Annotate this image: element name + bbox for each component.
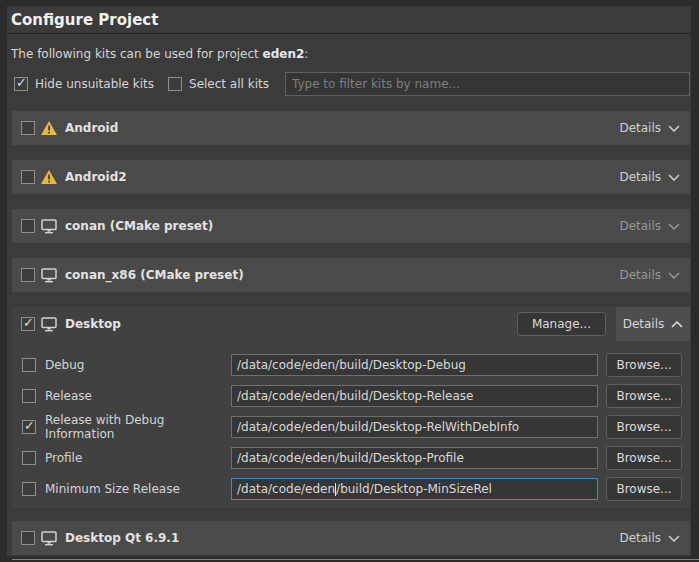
details-label: Details bbox=[623, 317, 665, 331]
config-label: Profile bbox=[45, 451, 231, 465]
kit-name: conan (CMake preset) bbox=[65, 219, 213, 233]
manage-kits-button[interactable]: Manage... bbox=[517, 312, 606, 336]
kit-row-conan[interactable]: conan (CMake preset) Details bbox=[12, 209, 690, 243]
kits-description-prefix: The following kits can be used for proje… bbox=[11, 47, 263, 61]
config-checkbox-profile[interactable] bbox=[22, 451, 36, 465]
chevron-down-icon bbox=[668, 174, 680, 181]
filter-row: Hide unsuitable kits Select all kits bbox=[14, 71, 690, 96]
kit-row-desktop-qt-691[interactable]: Desktop Qt 6.9.1 Details bbox=[12, 521, 690, 555]
details-toggle-android[interactable]: Details bbox=[619, 121, 680, 135]
configure-project-panel: Configure Project The following kits can… bbox=[7, 6, 691, 556]
bottom-separator bbox=[12, 559, 699, 560]
browse-button-profile[interactable]: Browse... bbox=[606, 446, 682, 470]
warning-icon bbox=[41, 121, 57, 135]
kit-checkbox-android2[interactable] bbox=[21, 170, 35, 184]
desktop-icon bbox=[41, 219, 57, 234]
config-checkbox-release[interactable] bbox=[22, 389, 36, 403]
filter-kits-input[interactable] bbox=[285, 72, 690, 96]
select-all-kits-option[interactable]: Select all kits bbox=[168, 77, 269, 91]
config-checkbox-minsizerel[interactable] bbox=[22, 482, 36, 496]
kit-row-android[interactable]: Android Details bbox=[12, 111, 690, 145]
hide-unsuitable-kits-option[interactable]: Hide unsuitable kits bbox=[14, 77, 154, 91]
build-config-row-minsizerel: Minimum Size Release /data/code/eden/bui… bbox=[22, 478, 682, 500]
warning-icon bbox=[41, 170, 57, 184]
kit-row-desktop[interactable]: Desktop Manage... Details bbox=[12, 307, 690, 341]
desktop-icon bbox=[41, 317, 57, 332]
config-label: Minimum Size Release bbox=[45, 482, 231, 496]
build-dir-input-relwithdebinfo[interactable] bbox=[231, 416, 598, 438]
kit-row-android2[interactable]: Android2 Details bbox=[12, 160, 690, 194]
browse-button-debug[interactable]: Browse... bbox=[606, 353, 682, 377]
kit-name: Desktop Qt 6.9.1 bbox=[65, 531, 179, 545]
build-dir-input-minsizerel[interactable]: /data/code/eden/build/Desktop-MinSizeRel bbox=[231, 478, 598, 500]
config-checkbox-relwithdebinfo[interactable] bbox=[22, 420, 36, 434]
build-dir-input-debug[interactable] bbox=[231, 354, 598, 376]
build-config-row-relwithdebinfo: Release with Debug Information Browse... bbox=[22, 416, 682, 438]
kit-row-conan-x86[interactable]: conan_x86 (CMake preset) Details bbox=[12, 258, 690, 292]
page-title: Configure Project bbox=[7, 6, 691, 33]
details-label: Details bbox=[619, 531, 661, 545]
chevron-down-icon bbox=[668, 272, 680, 279]
kit-name: Android2 bbox=[65, 170, 127, 184]
details-toggle-android2[interactable]: Details bbox=[619, 170, 680, 184]
details-toggle-desktop[interactable]: Details bbox=[616, 307, 690, 341]
browse-button-release[interactable]: Browse... bbox=[606, 384, 682, 408]
kit-name: Desktop bbox=[65, 317, 121, 331]
kits-description: The following kits can be used for proje… bbox=[11, 47, 691, 62]
config-label: Release bbox=[45, 389, 231, 403]
chevron-down-icon bbox=[668, 535, 680, 542]
desktop-icon bbox=[41, 268, 57, 283]
title-separator bbox=[7, 33, 691, 34]
chevron-down-icon bbox=[668, 125, 680, 132]
hide-unsuitable-kits-label: Hide unsuitable kits bbox=[35, 77, 154, 91]
details-label: Details bbox=[619, 268, 661, 282]
chevron-down-icon bbox=[668, 223, 680, 230]
chevron-up-icon bbox=[671, 321, 683, 328]
config-label: Debug bbox=[45, 358, 231, 372]
build-dir-input-profile[interactable] bbox=[231, 447, 598, 469]
project-name: eden2 bbox=[263, 47, 305, 61]
kit-checkbox-desktop[interactable] bbox=[21, 317, 35, 331]
select-all-kits-checkbox[interactable] bbox=[168, 77, 182, 91]
config-label: Release with Debug Information bbox=[45, 413, 231, 441]
details-toggle-desktop-qt-691[interactable]: Details bbox=[619, 531, 680, 545]
kit-checkbox-android[interactable] bbox=[21, 121, 35, 135]
select-all-kits-label: Select all kits bbox=[189, 77, 269, 91]
details-label: Details bbox=[619, 170, 661, 184]
details-label: Details bbox=[619, 121, 661, 135]
path-text-before-caret: /data/code/eden bbox=[237, 482, 335, 496]
hide-unsuitable-kits-checkbox[interactable] bbox=[14, 77, 28, 91]
configure-project-window: { "header": { "title": "Configure Projec… bbox=[0, 0, 699, 562]
path-text-after-caret: /build/Desktop-MinSizeRel bbox=[336, 482, 492, 496]
details-label: Details bbox=[619, 219, 661, 233]
build-config-row-profile: Profile Browse... bbox=[22, 447, 682, 469]
details-toggle-conan-x86[interactable]: Details bbox=[619, 268, 680, 282]
kits-description-suffix: : bbox=[304, 47, 308, 61]
kit-name: conan_x86 (CMake preset) bbox=[65, 268, 244, 282]
details-toggle-conan[interactable]: Details bbox=[619, 219, 680, 233]
browse-button-minsizerel[interactable]: Browse... bbox=[606, 477, 682, 501]
kit-checkbox-conan[interactable] bbox=[21, 219, 35, 233]
config-checkbox-debug[interactable] bbox=[22, 358, 36, 372]
kit-section-desktop: Desktop Manage... Details Debug Browse..… bbox=[12, 307, 690, 508]
build-dir-input-release[interactable] bbox=[231, 385, 598, 407]
kit-name: Android bbox=[65, 121, 118, 135]
build-config-row-debug: Debug Browse... bbox=[22, 354, 682, 376]
kit-checkbox-desktop-qt-691[interactable] bbox=[21, 531, 35, 545]
desktop-icon bbox=[41, 531, 57, 546]
browse-button-relwithdebinfo[interactable]: Browse... bbox=[606, 415, 682, 439]
kit-checkbox-conan-x86[interactable] bbox=[21, 268, 35, 282]
build-config-row-release: Release Browse... bbox=[22, 385, 682, 407]
